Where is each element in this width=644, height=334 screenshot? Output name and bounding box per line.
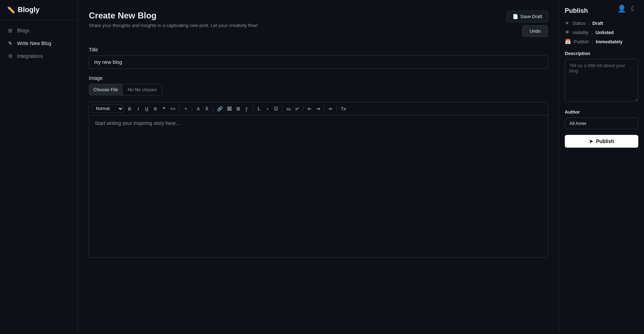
sidebar-item-label: Blogs [17,28,29,33]
code-button[interactable]: <> [168,105,177,113]
choose-file-button[interactable]: Choose File [89,84,123,95]
logo-text: Blogly [18,6,39,14]
editor-area: Create New Blog Share your thoughts and … [78,0,559,334]
sidebar-item-write-new-blog[interactable]: ✎ Write New Blog [0,37,78,50]
toolbar-sep-7 [324,106,324,111]
right-panel: Publish ☀ Status : Draft 👁 visibility : … [559,0,644,334]
status-meta[interactable]: ☀ Status : Draft [565,20,638,26]
status-label: Status [572,21,585,26]
strikethrough-button[interactable]: S [151,105,159,113]
visibility-label: visibility [573,30,589,35]
subscript-button[interactable]: x₂ [285,105,292,113]
editor-title-section: Create New Blog Share your thoughts and … [89,11,258,28]
image-label: Image [89,75,548,81]
format-select[interactable]: Normal Heading 1 Heading 2 Heading 3 Quo… [92,104,124,113]
description-section-title: Description [565,51,638,56]
sidebar-item-integrations[interactable]: ⚙ Integrations [0,50,78,62]
editor-header: Create New Blog Share your thoughts and … [89,11,548,37]
image-tool-button[interactable]: 🖼 [225,105,233,113]
calendar-icon: 📅 [565,39,571,44]
rich-editor: Normal Heading 1 Heading 2 Heading 3 Quo… [89,102,548,258]
integrations-icon: ⚙ [7,53,13,59]
font-bg-button[interactable]: Ā [203,105,211,113]
visibility-icon: 👁 [565,29,570,35]
file-input-wrapper: Choose File No file chosen [89,84,162,95]
author-section-title: Author [565,109,638,115]
visibility-meta[interactable]: 👁 visibility : Unlisted [565,29,638,35]
sidebar-item-label: Integrations [17,53,43,59]
file-chosen-text: No file chosen [123,84,162,95]
title-field-group: Title [89,47,548,69]
sidebar-nav: ⊞ Blogs ✎ Write New Blog ⚙ Integrations [0,20,78,67]
link-button[interactable]: 🔗 [215,105,224,113]
user-icon[interactable]: 👤 [617,4,626,13]
toolbar-sep-4 [253,106,253,111]
app-logo: ✏️ Blogly [0,0,78,20]
font-color-button[interactable]: A [194,105,202,113]
bold-button[interactable]: B [126,105,134,113]
table-button[interactable]: ⊞ [234,105,242,113]
publish-time-colon: : [592,39,593,44]
publish-time-meta[interactable]: 📅 Publish : Immediately [565,39,638,44]
status-colon: : [588,21,590,26]
italic-button[interactable]: I [134,105,142,113]
sidebar: ✏️ Blogly ⊞ Blogs ✎ Write New Blog ⚙ Int… [0,0,78,334]
publish-btn-icon: ➤ [589,138,593,144]
unordered-list-button[interactable]: • [264,105,271,113]
save-draft-button[interactable]: 📄 Save Draft [507,11,548,22]
toolbar-sep-3 [213,106,213,111]
logo-icon: ✏️ [7,6,15,14]
publish-time-value: Immediately [596,39,622,44]
indent-inc-button[interactable]: ⇥ [314,105,322,113]
visibility-value: Unlisted [595,30,613,35]
theme-toggle-icon[interactable]: ☾ [631,4,637,13]
page-title: Create New Blog [89,11,258,21]
publish-btn-label: Publish [596,138,614,144]
topbar: 👤 ☾ [610,0,644,17]
editor-body[interactable]: Start writing your inspiring story here.… [89,115,548,257]
sidebar-item-label: Write New Blog [17,40,51,46]
indent-dec-button[interactable]: ⇤ [305,105,313,113]
title-input[interactable] [89,55,548,69]
publish-button[interactable]: ➤ Publish [565,135,638,148]
toolbar: Normal Heading 1 Heading 2 Heading 3 Quo… [89,102,548,115]
formula-button[interactable]: ƒ [243,105,250,113]
blogs-icon: ⊞ [7,28,13,33]
save-draft-icon: 📄 [513,14,518,19]
checklist-button[interactable]: ☑ [272,105,280,113]
visibility-colon: : [591,30,593,35]
superscript-button[interactable]: x² [293,105,301,113]
toolbar-sep-8 [336,106,337,111]
toolbar-sep-5 [282,106,282,111]
editor-actions: 📄 Save Draft Undo [507,11,548,37]
align-button[interactable]: ≡ [182,105,190,113]
undo-label: Undo [530,28,541,34]
toolbar-sep-2 [192,106,192,111]
undo-button[interactable]: Undo [522,25,548,37]
save-draft-label: Save Draft [520,14,542,19]
toolbar-sep-1 [179,106,180,111]
main-content: Create New Blog Share your thoughts and … [78,0,644,334]
ordered-list-button[interactable]: 1. [255,105,263,113]
write-icon: ✎ [7,40,13,46]
underline-button[interactable]: U [143,105,151,113]
clear-format-button[interactable]: Tx [339,105,348,113]
status-icon: ☀ [565,20,569,26]
toolbar-sep-6 [303,106,303,111]
status-value: Draft [592,21,603,26]
title-label: Title [89,47,548,53]
author-input[interactable] [565,117,638,129]
image-field-group: Image Choose File No file chosen [89,75,548,95]
sidebar-item-blogs[interactable]: ⊞ Blogs [0,24,78,37]
page-subtitle: Share your thoughts and insights in a ca… [89,23,258,28]
description-textarea[interactable] [565,59,638,102]
blockquote-button[interactable]: ❝ [160,105,168,113]
publish-time-label: Publish [574,39,589,44]
rtl-button[interactable]: ⇐ [326,105,334,113]
